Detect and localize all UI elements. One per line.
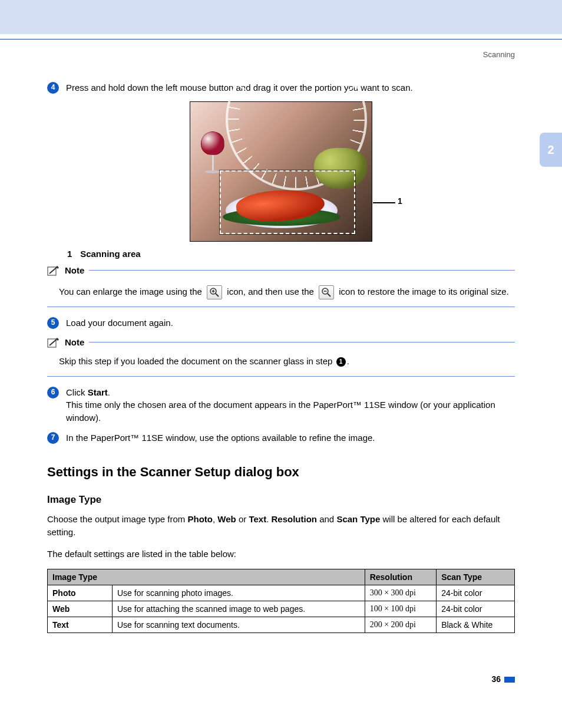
cell-photo-scan: 24-bit color [437,585,515,601]
note-rule [47,307,515,307]
th-resolution: Resolution [365,569,437,585]
sub-heading: Image Type [47,494,515,506]
step-5-text: Load your document again. [66,317,173,330]
p1e: or [236,514,249,524]
step-7-text: In the PaperPort™ 11SE window, use the o… [66,431,375,444]
cell-photo-desc: Use for scanning photo images. [113,585,365,601]
table-row: Photo Use for scanning photo images. 300… [48,585,515,601]
note-1-label: Note [65,265,84,275]
note-1-part1: You can enlarge the image using the [59,286,204,297]
caption-number: 1 [67,249,78,259]
cell-text-res: 200 × 200 dpi [365,617,437,633]
step-4-bullet: 4 [47,82,59,94]
table-header-row: Image Type Resolution Scan Type [48,569,515,585]
step-6-bullet: 6 [47,387,59,398]
note-rule [47,376,515,377]
note-1-body: You can enlarge the image using the icon… [59,284,515,299]
note-2-part2: . [347,356,349,366]
svg-line-6 [328,294,330,297]
note-rule [89,342,515,342]
th-scan-type: Scan Type [437,569,515,585]
step-6-tail: . [108,387,110,397]
svg-line-2 [216,294,219,297]
step-6-text: Click Start. This time only the chosen a… [66,386,515,424]
cell-text-k: Text [48,617,113,633]
step-5: 5 Load your document again. [47,317,515,330]
step-6-line2: This time only the chosen area of the do… [66,400,495,423]
p1g: . [266,514,271,524]
cell-text-scan: Black & White [437,617,515,633]
sample-image: 1 [190,101,372,242]
page-number-bar [504,677,515,683]
p1a: Choose the output image type from [47,514,187,524]
p1h: Resolution [272,514,318,524]
paragraph-2: The default settings are listed in the t… [47,548,515,561]
note-rule [89,270,515,271]
p1i: and [317,514,336,524]
note-icon [47,265,60,276]
cell-text-desc: Use for scanning text documents. [113,617,365,633]
note-1: Note You can enlarge the image using the… [47,265,515,307]
paragraph-1: Choose the output image type from Photo,… [47,513,515,539]
th-image-type: Image Type [48,569,365,585]
step-6-lead: Click [66,387,88,397]
zoom-out-icon [319,285,334,299]
step-5-bullet: 5 [47,317,59,329]
table-row: Web Use for attaching the scanned image … [48,601,515,617]
note-2-body: Skip this step if you loaded the documen… [59,353,515,369]
leader-label: 1 [398,196,402,206]
header-band [0,0,562,34]
cell-photo-res: 300 × 300 dpi [365,585,437,601]
figure-caption: 1 Scanning area [67,249,515,259]
cell-web-k: Web [48,601,113,617]
note-1-part2: icon, and then use the [227,286,316,297]
cell-web-res: 100 × 100 dpi [365,601,437,617]
page-number-text: 36 [491,674,501,684]
note-icon [47,337,60,348]
header-rule [0,39,562,39]
step-ref-1: 1 [336,357,346,367]
step-7: 7 In the PaperPort™ 11SE window, use the… [47,431,515,444]
table-row: Text Use for scanning text documents. 20… [48,617,515,633]
page-number: 36 [47,674,515,684]
selection-marquee [220,170,355,234]
figure-wrap: 1 [47,101,515,242]
step-7-bullet: 7 [47,432,59,444]
leader-line [373,202,395,203]
p1d: Web [217,514,236,524]
note-2-label: Note [65,337,84,347]
note-2-part1: Skip this step if you loaded the documen… [59,356,335,366]
cell-photo-k: Photo [48,585,113,601]
p1j: Scan Type [336,514,380,524]
cell-web-desc: Use for attaching the scanned image to w… [113,601,365,617]
section-heading: Settings in the Scanner Setup dialog box [47,465,515,480]
note-2: Note Skip this step if you loaded the do… [47,337,515,377]
step-6: 6 Click Start. This time only the chosen… [47,386,515,424]
p1f: Text [249,514,266,524]
cell-web-scan: 24-bit color [437,601,515,617]
settings-table: Image Type Resolution Scan Type Photo Us… [47,569,515,633]
zoom-in-icon [207,285,222,299]
note-1-part3: icon to restore the image to its origina… [339,286,508,297]
step-6-bold: Start [88,387,108,397]
caption-text: Scanning area [80,249,141,259]
p1b: Photo [187,514,213,524]
